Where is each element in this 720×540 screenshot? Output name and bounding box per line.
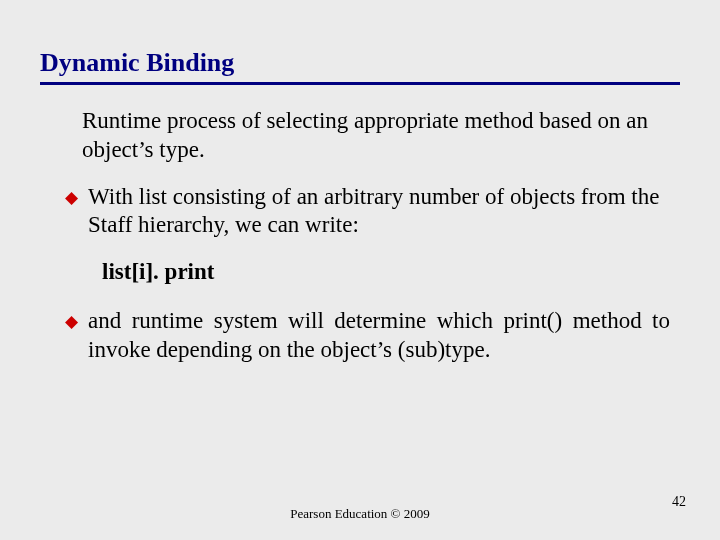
footer-text: Pearson Education © 2009 bbox=[0, 506, 720, 522]
bullet-text: With list consisting of an arbitrary num… bbox=[88, 183, 670, 241]
code-line: list[i]. print bbox=[102, 258, 670, 287]
page-number: 42 bbox=[672, 494, 686, 510]
bullet-text: and runtime system will determine which … bbox=[88, 307, 670, 365]
diamond-bullet-icon: ◆ bbox=[65, 311, 78, 365]
slide: Dynamic Binding Runtime process of selec… bbox=[0, 0, 720, 540]
slide-title: Dynamic Binding bbox=[40, 48, 670, 78]
lead-text: Runtime process of selecting appropriate… bbox=[82, 107, 670, 165]
diamond-bullet-icon: ◆ bbox=[65, 187, 78, 241]
bullet-item: ◆ With list consisting of an arbitrary n… bbox=[65, 183, 670, 241]
title-underline bbox=[40, 82, 680, 85]
slide-body: Runtime process of selecting appropriate… bbox=[40, 107, 670, 364]
bullet-item: ◆ and runtime system will determine whic… bbox=[65, 307, 670, 365]
